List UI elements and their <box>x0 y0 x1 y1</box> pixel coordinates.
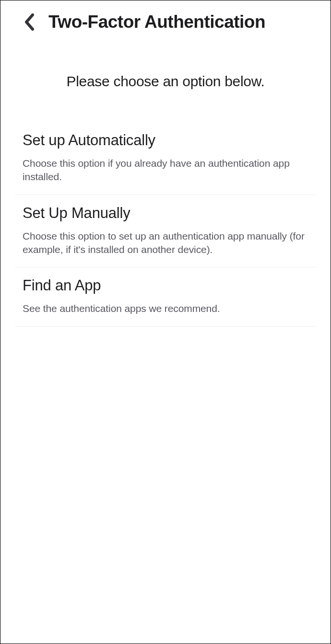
option-title: Find an App <box>23 277 308 294</box>
option-setup-automatically[interactable]: Set up Automatically Choose this option … <box>15 122 316 195</box>
option-description: See the authentication apps we recommend… <box>23 302 308 315</box>
page-subtitle: Please choose an option below. <box>0 73 331 90</box>
page-title: Two-Factor Authentication <box>48 12 265 32</box>
option-find-app[interactable]: Find an App See the authentication apps … <box>15 267 316 326</box>
header: Two-Factor Authentication <box>0 0 331 44</box>
back-icon[interactable] <box>23 12 37 32</box>
option-title: Set up Automatically <box>23 132 308 149</box>
option-title: Set Up Manually <box>23 205 308 222</box>
option-setup-manually[interactable]: Set Up Manually Choose this option to se… <box>15 195 316 268</box>
option-list: Set up Automatically Choose this option … <box>0 122 331 327</box>
option-description: Choose this option if you already have a… <box>23 157 308 184</box>
option-description: Choose this option to set up an authenti… <box>23 230 308 257</box>
